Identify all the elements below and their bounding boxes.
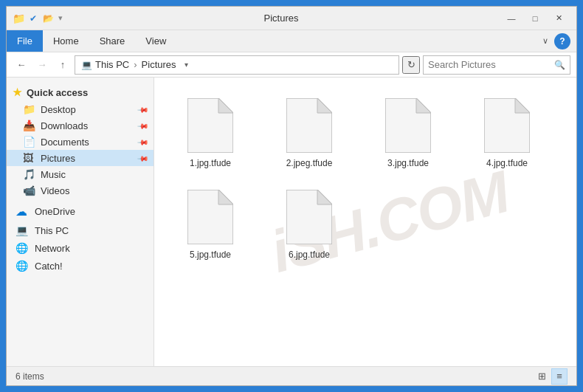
file-icon-wrapper (184, 96, 237, 155)
file-icon-svg (484, 98, 530, 153)
status-bar: 6 items ⊞ ≡ (7, 366, 576, 385)
sidebar-item-downloads[interactable]: 📥 Downloads 📌 (7, 117, 153, 134)
path-pictures[interactable]: Pictures (142, 59, 176, 70)
pin-icon: 📌 (137, 103, 149, 115)
thispc-icon: 💻 (15, 224, 30, 236)
network-icon: 🌐 (15, 242, 30, 254)
address-bar: ← → ↑ 💻 This PC › Pictures ▾ ↻ 🔍 (7, 52, 576, 78)
pin-icon-dl: 📌 (137, 120, 149, 131)
desktop-folder-icon: 📁 (23, 103, 36, 115)
folder-icon: 📁 (13, 13, 24, 24)
window-title: Pictures (63, 13, 500, 24)
share-menu[interactable]: Share (89, 30, 136, 52)
expand-ribbon-button[interactable]: ∨ (539, 35, 551, 47)
refresh-button[interactable]: ↻ (402, 56, 420, 74)
save-icon: ✔ (27, 13, 39, 24)
file-name: 2.jpeg.tfude (286, 158, 333, 168)
file-icon-svg (385, 98, 431, 153)
minimize-button[interactable]: — (500, 10, 523, 27)
path-dropdown-arrow[interactable]: ▾ (179, 56, 194, 74)
svg-marker-9 (218, 190, 233, 204)
search-icon: 🔍 (554, 60, 565, 70)
menu-bar-right: ∨ ? (539, 33, 576, 49)
window-controls: — □ ✕ (500, 10, 570, 27)
file-item[interactable]: 2.jpeg.tfude (265, 89, 353, 175)
sidebar: ★ Quick access 📁 Desktop 📌 📥 Downloads 📌… (7, 78, 154, 366)
file-icon-wrapper (283, 96, 336, 155)
network-label: Network (35, 243, 70, 254)
help-button[interactable]: ? (554, 33, 570, 49)
sidebar-item-desktop[interactable]: 📁 Desktop 📌 (7, 101, 153, 117)
file-item[interactable]: 4.jpg.tfude (463, 89, 551, 175)
documents-folder-icon: 📄 (23, 136, 36, 148)
main-content: ★ Quick access 📁 Desktop 📌 📥 Downloads 📌… (7, 78, 576, 366)
file-area: iSH.COM 1.jpg.tfude (154, 78, 576, 366)
generic-icon: 📂 (42, 13, 54, 24)
up-button[interactable]: ↑ (54, 56, 72, 74)
path-separator: › (134, 59, 137, 70)
file-icon-svg (187, 98, 233, 153)
svg-marker-1 (218, 98, 233, 113)
file-icon-wrapper (283, 188, 336, 247)
file-item[interactable]: 1.jpg.tfude (166, 89, 255, 175)
maximize-button[interactable]: □ (523, 10, 547, 27)
sidebar-item-catch[interactable]: 🌐 Catch! (7, 257, 153, 275)
sidebar-item-music[interactable]: 🎵 Music (7, 166, 153, 182)
sidebar-item-network[interactable]: 🌐 Network (7, 239, 153, 257)
catch-label: Catch! (35, 261, 63, 272)
file-icon-wrapper (480, 96, 534, 155)
address-path[interactable]: 💻 This PC › Pictures ▾ (75, 55, 399, 75)
svg-marker-11 (317, 190, 332, 204)
downloads-label: Downloads (41, 120, 88, 131)
title-bar: 📁 ✔ 📂 ▾ Pictures — □ ✕ (7, 7, 576, 30)
sidebar-item-onedrive[interactable]: ☁ OneDrive (7, 202, 153, 221)
svg-marker-3 (317, 98, 332, 113)
explorer-window: 📁 ✔ 📂 ▾ Pictures — □ ✕ File Home Share V… (6, 6, 577, 386)
onedrive-icon: ☁ (15, 204, 30, 219)
view-menu[interactable]: View (135, 30, 176, 52)
file-name: 6.jpg.tfude (289, 250, 330, 260)
pin-icon-pic: 📌 (137, 152, 149, 164)
forward-button[interactable]: → (33, 56, 51, 74)
file-name: 5.jpg.tfude (190, 250, 231, 260)
file-name: 1.jpg.tfude (190, 158, 231, 168)
search-input[interactable] (428, 59, 554, 70)
file-item[interactable]: 5.jpg.tfude (166, 181, 255, 267)
back-button[interactable]: ← (13, 56, 30, 74)
search-box[interactable]: 🔍 (423, 55, 570, 75)
file-icon-wrapper (382, 96, 435, 155)
quick-access-header[interactable]: ★ Quick access (7, 83, 153, 101)
file-item[interactable]: 6.jpg.tfude (265, 181, 353, 267)
file-item[interactable]: 3.jpg.tfude (364, 89, 452, 175)
file-name: 3.jpg.tfude (387, 158, 429, 168)
view-controls: ⊞ ≡ (534, 368, 568, 385)
documents-label: Documents (41, 137, 89, 148)
videos-label: Videos (41, 185, 70, 196)
file-icon-svg (286, 190, 332, 244)
music-label: Music (41, 169, 66, 180)
title-bar-icons: 📁 ✔ 📂 ▾ (13, 13, 63, 24)
path-thispc[interactable]: This PC (95, 59, 129, 70)
svg-marker-7 (515, 98, 530, 113)
star-icon: ★ (13, 86, 22, 98)
grid-view-button[interactable]: ⊞ (534, 368, 550, 385)
onedrive-label: OneDrive (35, 206, 75, 217)
close-button[interactable]: ✕ (547, 10, 570, 27)
file-icon-svg (187, 190, 233, 244)
downloads-folder-icon: 📥 (23, 120, 36, 131)
home-menu[interactable]: Home (43, 30, 89, 52)
file-icon-wrapper (184, 188, 237, 247)
sidebar-item-documents[interactable]: 📄 Documents 📌 (7, 134, 153, 150)
sidebar-item-videos[interactable]: 📹 Videos (7, 182, 153, 199)
svg-marker-5 (416, 98, 431, 113)
file-icon-svg (286, 98, 332, 153)
sidebar-item-thispc[interactable]: 💻 This PC (7, 221, 153, 239)
list-view-button[interactable]: ≡ (551, 368, 568, 385)
desktop-label: Desktop (41, 104, 76, 115)
item-count: 6 items (15, 371, 44, 382)
computer-icon: 💻 (81, 60, 92, 70)
file-menu[interactable]: File (7, 30, 43, 52)
thispc-label: This PC (35, 225, 69, 236)
quick-access-label: Quick access (27, 87, 88, 98)
sidebar-item-pictures[interactable]: 🖼 Pictures 📌 (7, 150, 153, 166)
